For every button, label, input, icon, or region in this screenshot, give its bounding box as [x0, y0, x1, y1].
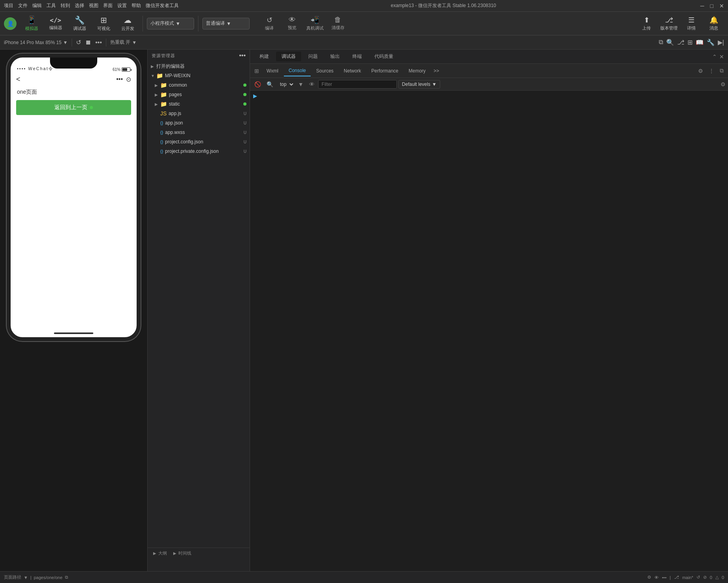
console-filter-input[interactable] — [318, 80, 397, 89]
simulator-panel: •••• WeChat令 61% < ••• ⊙ one页面 — [0, 50, 148, 571]
preview-button[interactable]: 👁 预览 — [282, 16, 302, 31]
tools-icon[interactable]: 🔧 — [707, 39, 715, 46]
subtitle-reload-icon[interactable]: ↺ — [76, 39, 81, 46]
timeline-tab[interactable]: ▶ 时间线 — [171, 550, 194, 557]
subtitle-more-icon[interactable]: ••• — [95, 39, 102, 46]
upload-button[interactable]: ⬆ 上传 — [636, 14, 657, 33]
device-selector[interactable]: iPhone 14 Pro Max 85% 15 ▼ — [4, 40, 68, 45]
compile-select[interactable]: 普通编译 ▼ — [202, 18, 250, 30]
menu-settings[interactable]: 设置 — [117, 2, 127, 9]
layout-icon[interactable]: ⊞ — [687, 39, 693, 46]
devtools-tab-performance[interactable]: Performance — [367, 65, 403, 76]
console-prompt[interactable]: ▶ — [253, 93, 257, 99]
appjson-name: app.json — [165, 120, 243, 126]
book-icon[interactable]: 📖 — [696, 39, 704, 46]
simulator-button[interactable]: 📱 模拟器 — [20, 13, 43, 34]
devtools-tab-memory[interactable]: Memory — [404, 65, 430, 76]
eye-icon[interactable]: 👁 — [307, 80, 317, 88]
devtools-tab-wxml[interactable]: Wxml — [262, 65, 283, 76]
context-dropdown[interactable]: top — [277, 80, 295, 88]
bottom-more-icon[interactable]: ••• — [662, 575, 667, 580]
eye-visibility-icon[interactable]: 👁 — [654, 575, 659, 580]
phone-back-button[interactable]: 返回到上一页 — [16, 100, 131, 115]
menu-project[interactable]: 项目 — [4, 2, 13, 9]
debug-tab-output[interactable]: 输出 — [325, 52, 345, 61]
version-manage-button[interactable]: ⎇ 版本管理 — [659, 14, 679, 33]
debug-tab-debugger[interactable]: 调试器 — [276, 52, 301, 61]
compile-button[interactable]: ↺ 编译 — [259, 16, 279, 31]
copy-path-icon[interactable]: ⧉ — [65, 575, 68, 580]
sync-icon[interactable]: ↺ — [697, 575, 700, 580]
cloud-button[interactable]: ☁ 云开发 — [117, 13, 139, 34]
open-editors-section[interactable]: ▶ 打开的编辑器 — [148, 61, 250, 71]
root-folder[interactable]: ▼ 📁 MP-WEIXIN — [148, 71, 250, 80]
menu-tool[interactable]: 工具 — [46, 2, 56, 9]
editor-label: 编辑器 — [49, 25, 62, 31]
menu-edit[interactable]: 编辑 — [32, 2, 42, 9]
devtools-settings-icon[interactable]: ⚙ — [696, 67, 705, 75]
devtools-customize-icon[interactable]: ⋮ — [707, 67, 716, 75]
menu-ui[interactable]: 界面 — [103, 2, 113, 9]
details-button[interactable]: ☰ 详情 — [681, 14, 702, 33]
user-avatar[interactable]: 👤 — [4, 17, 17, 30]
console-filter-icon[interactable]: 🔍 — [265, 80, 275, 88]
menu-file[interactable]: 文件 — [18, 2, 28, 9]
minimize-button[interactable]: ─ — [700, 3, 704, 9]
app-json-file[interactable]: ▶ {} app.json U — [148, 118, 250, 128]
menu-wechat-devtools[interactable]: 微信开发者工具 — [146, 2, 179, 9]
window-controls[interactable]: ─ □ ✕ — [700, 3, 724, 9]
devtools-more-tabs-icon[interactable]: >> — [431, 68, 441, 74]
project-config-file[interactable]: ▶ {} project.config.json U — [148, 137, 250, 147]
menu-select[interactable]: 选择 — [75, 2, 84, 9]
devtools-dock-icon[interactable]: ⊞ — [252, 67, 261, 75]
explorer-menu-icon[interactable]: ••• — [239, 52, 246, 59]
hotreload-selector[interactable]: 热重载 开 ▼ — [110, 39, 137, 46]
maximize-button[interactable]: □ — [710, 3, 713, 9]
clear-cache-button[interactable]: 🗑 清缓存 — [328, 16, 348, 31]
messages-label: 消息 — [709, 25, 718, 31]
devtools-tab-console[interactable]: Console — [284, 65, 311, 76]
phone-home-indicator — [54, 332, 93, 334]
project-private-config-file[interactable]: ▶ {} project.private.config.json U — [148, 147, 250, 156]
console-settings-icon[interactable]: ⚙ — [721, 81, 726, 87]
mode-select[interactable]: 小程序模式 ▼ — [147, 18, 194, 30]
right-arrow-icon[interactable]: ▶| — [718, 39, 724, 46]
editor-button[interactable]: </> 编辑器 — [44, 13, 67, 34]
static-folder[interactable]: ▶ 📁 static — [148, 99, 250, 109]
search-icon[interactable]: 🔍 — [666, 39, 674, 46]
pages-folder[interactable]: ▶ 📁 pages — [148, 90, 250, 99]
subtitle-stop-icon[interactable]: ⏹ — [85, 39, 91, 46]
app-wxss-file[interactable]: ▶ {} app.wxss U — [148, 128, 250, 137]
menu-help[interactable]: 帮助 — [132, 2, 141, 9]
menu-view[interactable]: 视图 — [89, 2, 98, 9]
messages-button[interactable]: 🔔 消息 — [704, 14, 724, 33]
debug-minimize-icon[interactable]: ⌃ — [712, 54, 717, 60]
app-js-file[interactable]: ▶ JS app.js U — [148, 109, 250, 118]
phone-back-icon[interactable]: < — [16, 75, 20, 84]
menu-bar[interactable]: 项目 文件 编辑 工具 转到 选择 视图 界面 设置 帮助 微信开发者工具 — [4, 2, 179, 9]
context-arrow-icon[interactable]: ▼ — [296, 80, 306, 88]
debug-tab-quality[interactable]: 代码质量 — [369, 52, 399, 61]
debug-tab-terminal[interactable]: 终端 — [347, 52, 367, 61]
devtools-tab-sources[interactable]: Sources — [311, 65, 338, 76]
visual-button[interactable]: ⊞ 可视化 — [93, 13, 115, 34]
phone-record-icon[interactable]: ⊙ — [126, 76, 131, 83]
debug-close-icon[interactable]: ✕ — [719, 54, 724, 60]
debug-tab-build[interactable]: 构建 — [254, 52, 274, 61]
copy-icon[interactable]: ⧉ — [659, 39, 663, 46]
subtitle-separator-2 — [106, 39, 106, 46]
debugger-button[interactable]: 🔧 调试器 — [69, 13, 91, 34]
phone-more-icon[interactable]: ••• — [116, 76, 123, 83]
console-clear-icon[interactable]: 🚫 — [252, 80, 263, 88]
devtools-tab-network[interactable]: Network — [339, 65, 366, 76]
menu-goto[interactable]: 转到 — [61, 2, 70, 9]
settings-icon[interactable]: ⚙ — [647, 575, 651, 580]
debug-tab-problems[interactable]: 问题 — [303, 52, 323, 61]
outline-tab[interactable]: ▶ 大纲 — [151, 550, 169, 557]
devtools-detach-icon[interactable]: ⧉ — [718, 66, 726, 75]
common-folder[interactable]: ▶ 📁 common — [148, 80, 250, 90]
log-levels-dropdown[interactable]: Default levels ▼ — [398, 80, 440, 89]
close-button[interactable]: ✕ — [719, 3, 724, 9]
real-device-button[interactable]: 📲 真机调试 — [305, 16, 325, 31]
branch-icon[interactable]: ⎇ — [677, 39, 684, 46]
